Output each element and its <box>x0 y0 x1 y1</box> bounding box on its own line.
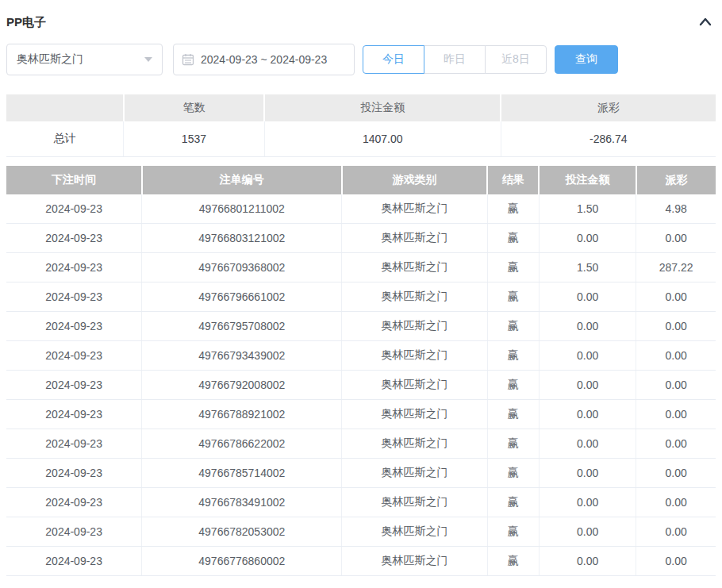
cell-result: 赢 <box>487 224 539 253</box>
cell-bet-amount: 0.00 <box>539 459 636 488</box>
cell-bet-time: 2024-09-23 <box>6 429 142 459</box>
panel-title: PP电子 <box>6 15 46 30</box>
bet-table-body: 2024-09-2349766801211002奥林匹斯之门赢1.504.982… <box>6 194 716 576</box>
cell-result: 赢 <box>487 341 539 371</box>
bet-records-table: 下注时间 注单编号 游戏类别 结果 投注金额 派彩 2024-09-234976… <box>6 166 716 577</box>
cell-bet-id: 49766709368002 <box>142 253 342 282</box>
cell-bet-id: 49766786622002 <box>142 429 342 459</box>
header-game-type: 游戏类别 <box>342 166 487 194</box>
cell-bet-amount: 0.00 <box>539 400 636 429</box>
cell-payout: 0.00 <box>636 517 716 547</box>
cell-bet-time: 2024-09-23 <box>6 341 142 371</box>
quick-range-button-group: 今日 昨日 近8日 <box>363 45 547 74</box>
cell-bet-amount: 0.00 <box>539 517 636 547</box>
table-row: 2024-09-2349766795708002奥林匹斯之门赢0.000.00 <box>6 312 716 341</box>
cell-payout: 0.00 <box>636 459 716 488</box>
summary-header-row: 笔数 投注金额 派彩 <box>6 94 716 121</box>
date-range-input[interactable]: 2024-09-23 ~ 2024-09-23 <box>173 44 355 75</box>
cell-bet-amount: 0.00 <box>539 371 636 400</box>
chevron-down-icon <box>144 57 152 62</box>
table-row: 2024-09-2349766801211002奥林匹斯之门赢1.504.98 <box>6 194 716 224</box>
table-row: 2024-09-2349766793439002奥林匹斯之门赢0.000.00 <box>6 341 716 371</box>
summary-header-bet-amount: 投注金额 <box>264 94 501 121</box>
cell-bet-id: 49766783491002 <box>142 488 342 517</box>
cell-bet-id: 49766785714002 <box>142 459 342 488</box>
cell-result: 赢 <box>487 400 539 429</box>
header-bet-amount: 投注金额 <box>539 166 636 194</box>
cell-game-type: 奥林匹斯之门 <box>342 282 487 312</box>
panel-header: PP电子 <box>6 6 716 33</box>
table-row: 2024-09-2349766803121002奥林匹斯之门赢0.000.00 <box>6 224 716 253</box>
cell-payout: 0.00 <box>636 400 716 429</box>
cell-bet-time: 2024-09-23 <box>6 547 142 576</box>
cell-result: 赢 <box>487 371 539 400</box>
summary-total-payout: -286.74 <box>501 121 716 156</box>
cell-result: 赢 <box>487 459 539 488</box>
summary-total-label: 总计 <box>6 121 124 156</box>
cell-result: 赢 <box>487 429 539 459</box>
cell-bet-id: 49766793439002 <box>142 341 342 371</box>
summary-header-count: 笔数 <box>124 94 265 121</box>
cell-game-type: 奥林匹斯之门 <box>342 253 487 282</box>
cell-bet-amount: 0.00 <box>539 547 636 576</box>
cell-bet-amount: 0.00 <box>539 224 636 253</box>
summary-header-blank <box>6 94 124 121</box>
cell-bet-amount: 0.00 <box>539 341 636 371</box>
cell-game-type: 奥林匹斯之门 <box>342 194 487 224</box>
cell-payout: 4.98 <box>636 194 716 224</box>
cell-bet-id: 49766795708002 <box>142 312 342 341</box>
table-row: 2024-09-2349766783491002奥林匹斯之门赢0.000.00 <box>6 488 716 517</box>
filter-bar: 奥林匹斯之门 2024-09-23 ~ 2024-09-23 今日 昨日 近8日 <box>6 44 716 75</box>
cell-bet-time: 2024-09-23 <box>6 488 142 517</box>
cell-bet-time: 2024-09-23 <box>6 194 142 224</box>
summary-header-payout: 派彩 <box>501 94 716 121</box>
cell-bet-time: 2024-09-23 <box>6 253 142 282</box>
cell-result: 赢 <box>487 253 539 282</box>
cell-game-type: 奥林匹斯之门 <box>342 341 487 371</box>
cell-bet-time: 2024-09-23 <box>6 312 142 341</box>
cell-bet-amount: 0.00 <box>539 312 636 341</box>
table-row: 2024-09-2349766788921002奥林匹斯之门赢0.000.00 <box>6 400 716 429</box>
game-select-value: 奥林匹斯之门 <box>17 52 83 67</box>
collapse-button[interactable] <box>697 15 714 29</box>
cell-payout: 0.00 <box>636 371 716 400</box>
table-row: 2024-09-2349766709368002奥林匹斯之门赢1.50287.2… <box>6 253 716 282</box>
cell-result: 赢 <box>487 312 539 341</box>
cell-result: 赢 <box>487 282 539 312</box>
cell-bet-id: 49766796661002 <box>142 282 342 312</box>
cell-bet-time: 2024-09-23 <box>6 371 142 400</box>
table-row: 2024-09-2349766782053002奥林匹斯之门赢0.000.00 <box>6 517 716 547</box>
game-select[interactable]: 奥林匹斯之门 <box>6 44 163 75</box>
cell-game-type: 奥林匹斯之门 <box>342 400 487 429</box>
cell-bet-amount: 0.00 <box>539 429 636 459</box>
today-button[interactable]: 今日 <box>363 45 424 74</box>
cell-bet-id: 49766792008002 <box>142 371 342 400</box>
cell-bet-time: 2024-09-23 <box>6 224 142 253</box>
cell-game-type: 奥林匹斯之门 <box>342 224 487 253</box>
cell-bet-time: 2024-09-23 <box>6 517 142 547</box>
table-row: 2024-09-2349766792008002奥林匹斯之门赢0.000.00 <box>6 371 716 400</box>
table-row: 2024-09-2349766785714002奥林匹斯之门赢0.000.00 <box>6 459 716 488</box>
cell-game-type: 奥林匹斯之门 <box>342 547 487 576</box>
cell-game-type: 奥林匹斯之门 <box>342 488 487 517</box>
search-button[interactable]: 查询 <box>555 45 618 74</box>
summary-table: 笔数 投注金额 派彩 总计 1537 1407.00 -286.74 <box>6 94 716 157</box>
calendar-icon <box>182 53 194 66</box>
bet-table-header-row: 下注时间 注单编号 游戏类别 结果 投注金额 派彩 <box>6 166 716 194</box>
cell-bet-id: 49766776860002 <box>142 547 342 576</box>
cell-game-type: 奥林匹斯之门 <box>342 517 487 547</box>
cell-bet-amount: 0.00 <box>539 282 636 312</box>
summary-total-count: 1537 <box>124 121 265 156</box>
cell-payout: 0.00 <box>636 429 716 459</box>
date-range-value: 2024-09-23 ~ 2024-09-23 <box>201 53 327 66</box>
cell-bet-id: 49766788921002 <box>142 400 342 429</box>
pp-electronic-panel: PP电子 奥林匹斯之门 <box>0 0 722 582</box>
yesterday-button[interactable]: 昨日 <box>424 45 486 74</box>
cell-result: 赢 <box>487 547 539 576</box>
cell-bet-id: 49766801211002 <box>142 194 342 224</box>
last-8-days-button[interactable]: 近8日 <box>485 45 547 74</box>
cell-payout: 0.00 <box>636 282 716 312</box>
cell-bet-id: 49766803121002 <box>142 224 342 253</box>
cell-result: 赢 <box>487 488 539 517</box>
summary-total-row: 总计 1537 1407.00 -286.74 <box>6 121 716 156</box>
